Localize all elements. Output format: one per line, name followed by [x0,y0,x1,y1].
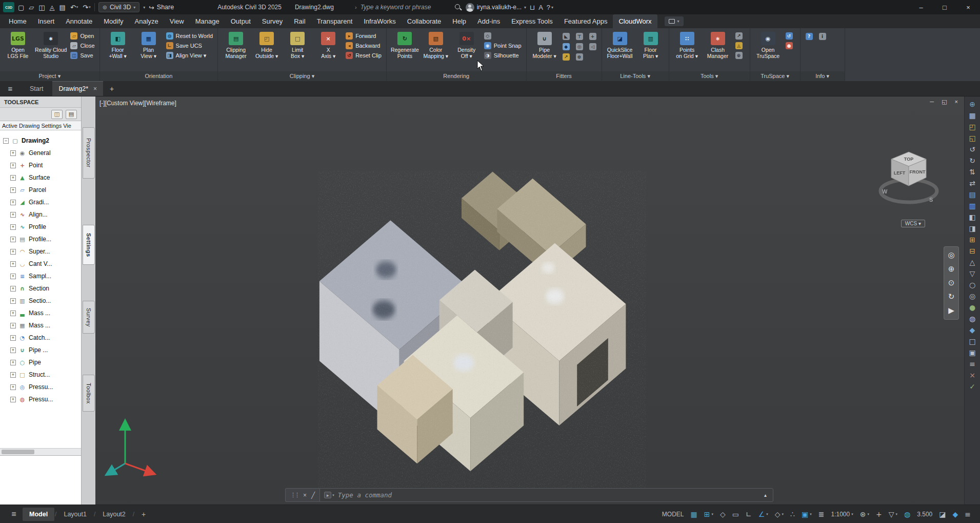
floor-wall-button[interactable]: ◧Floor+Wall ▾ [104,31,132,61]
cw-toolbar-icon-17[interactable]: ○ [969,281,975,288]
fitter-settings-button[interactable]: ⊛ [574,53,585,61]
expand-icon[interactable]: + [10,397,16,402]
new-layout-button[interactable]: + [135,508,152,521]
ribbon-panel-label-line-tools[interactable]: Line-Tools ▾ [602,71,669,81]
tree-item-cant-v[interactable]: +◡Cant V... [0,258,81,270]
cw-toolbar-icon-4[interactable]: ◱ [969,134,975,142]
maximize-button[interactable]: □ [933,0,956,14]
limit-box-button[interactable]: □LimitBox ▾ [283,31,312,61]
pipe-modeler-button[interactable]: ∪PipeModeler ▾ [530,31,559,61]
menu-tab-express-tools[interactable]: Express Tools [506,14,558,28]
ribbon-panel-label-fitters[interactable]: Fitters [527,71,602,81]
fitter-reducer-button[interactable]: ◁ [588,43,598,50]
cw-toolbar-icon-15[interactable]: △ [970,259,975,266]
ribbon-panel-label-project[interactable]: Project ▾ [0,71,99,81]
tree-item-mass[interactable]: +▃Mass ... [0,307,81,319]
ribbon-panel-label-info[interactable]: Info ▾ [801,71,845,81]
file-tabs-menu-icon[interactable]: ≡ [0,81,21,96]
expand-icon[interactable]: + [10,224,16,230]
cw-toolbar-icon-5[interactable]: ↺ [969,146,975,153]
layout-menu-icon[interactable]: ≡ [5,510,23,519]
cw-toolbar-icon-18[interactable]: ◎ [969,293,975,300]
tree-item-profile[interactable]: +∿Profile [0,221,81,233]
point-snap-button[interactable]: ◉Point Snap [483,42,523,49]
tree-item-super[interactable]: +◠Super... [0,245,81,258]
menu-tab-manage[interactable]: Manage [190,14,225,28]
tree-item-sampl[interactable]: +≡Sampl... [0,270,81,282]
reset-clip-button[interactable]: ↺Reset Clip [345,52,383,59]
regenerate-points-button[interactable]: ↻RegeneratePoints [390,31,419,61]
viewport-restore-icon[interactable]: ◱ [942,99,947,105]
menu-tab-rail[interactable]: Rail [288,14,311,28]
fitter-tee-button[interactable]: ⊤ [574,33,585,40]
toolspace-tab-settings[interactable]: Settings [83,225,95,265]
expand-icon[interactable]: + [10,187,16,193]
tree-item-sectio[interactable]: +▥Sectio... [0,295,81,307]
expand-icon[interactable]: + [10,311,16,316]
tab-drawing2[interactable]: Drawing2* × [52,81,103,96]
clipping-manager-button[interactable]: ▤ClippingManager [222,31,250,61]
menu-tab-transparent[interactable]: Transparent [311,14,358,28]
tree-item-struct[interactable]: +□Struct... [0,369,81,381]
cw-toolbar-icon-12[interactable]: ◨ [969,225,975,232]
viewcube-south[interactable]: S [929,197,933,203]
tree-item-pipe[interactable]: +○Pipe [0,356,81,369]
collapse-icon[interactable]: − [3,138,9,144]
search-icon[interactable] [454,4,462,11]
points-on-grid-button[interactable]: ∷Pointson Grid ▾ [673,31,702,61]
cw-toolbar-icon-23[interactable]: ▣ [969,349,975,356]
toolspace-properties-icon[interactable]: ▤ [66,110,77,119]
menu-tab-featured-apps[interactable]: Featured Apps [558,14,613,28]
user-account-menu[interactable]: iryna.valiukh-e... ▾ [466,3,526,12]
infer-constraints-icon[interactable]: ◇ [720,511,726,518]
command-line-grip[interactable]: ⋮⋮ [290,492,298,498]
truspace-marker-button[interactable]: ● [785,42,796,49]
autodesk-access-icon[interactable]: A [538,4,543,11]
search-input[interactable] [361,4,451,11]
cart-icon[interactable]: ⊔ [530,4,535,11]
menu-tab-view[interactable]: View [164,14,190,28]
snap-mode-icon[interactable]: ⊞▾ [704,511,713,518]
fitter-valve-button[interactable]: ◆ [561,43,571,50]
tree-item-section[interactable]: +∩Section [0,282,81,295]
cw-toolbar-icon-9[interactable]: ▤ [969,191,975,198]
layout-tab-layout1[interactable]: Layout1 [57,508,93,521]
save-as-button[interactable]: ◬ [50,4,55,11]
expand-icon[interactable]: + [10,237,16,242]
point-cloud-detail[interactable]: 3.500 [917,511,932,518]
tree-item-surface[interactable]: +▲Surface [0,171,81,184]
quickslice-floor-wall-button[interactable]: ◪QuickSliceFloor+Wall [606,31,634,61]
viewport-close-icon[interactable]: × [955,99,958,105]
ribbon-panel-label-truspace[interactable]: TruSpace ▾ [750,71,800,81]
cw-toolbar-icon-8[interactable]: ⇄ [969,180,975,187]
plan-view-button[interactable]: ▦PlanView ▾ [134,31,163,61]
silhouette-button[interactable]: ◑Silhouette [483,52,523,59]
fitter-flange-button[interactable]: ◎ [574,43,585,50]
toolspace-tab-survey[interactable]: Survey [83,301,95,334]
recent-commands-icon[interactable]: ▸▾ [324,492,334,498]
menu-tab-home[interactable]: Home [3,14,32,28]
cw-toolbar-icon-2[interactable]: ▦ [969,112,975,119]
gizmo-icon[interactable]: ◍ [904,511,910,518]
expand-icon[interactable]: + [10,175,16,181]
expand-icon[interactable]: + [10,150,16,156]
toolspace-title[interactable]: TOOLSPACE [0,96,81,108]
tree-item-align[interactable]: +∿Align... [0,208,81,221]
cw-toolbar-icon-16[interactable]: ▽ [970,270,975,277]
toolspace-tab-prospector[interactable]: Prospector [83,127,95,179]
info-help-button[interactable]: ? [804,33,814,40]
command-history-toggle-icon[interactable]: ▴ [762,492,769,498]
command-line-close-icon[interactable]: × [303,492,307,499]
layout-tab-layout2[interactable]: Layout2 [96,508,132,521]
ortho-mode-icon[interactable]: ∟ [746,511,752,518]
undo-button[interactable]: ↶▾ [70,4,78,11]
forward-button[interactable]: ▸Forward [345,32,383,40]
save-ucs-button[interactable]: ∟Save UCS [165,42,214,49]
object-snap-icon[interactable]: ▣▾ [802,511,812,518]
annotation-monitor-icon[interactable]: + [876,511,882,518]
open-button[interactable]: ▱Open [69,32,95,40]
menu-tab-cloudworx[interactable]: CloudWorx [613,14,657,28]
tab-close-icon[interactable]: × [93,85,97,92]
menu-tab-modify[interactable]: Modify [98,14,129,28]
drawing-viewport[interactable]: [-][Custom View][Wireframe] ─ ◱ × [95,96,964,505]
